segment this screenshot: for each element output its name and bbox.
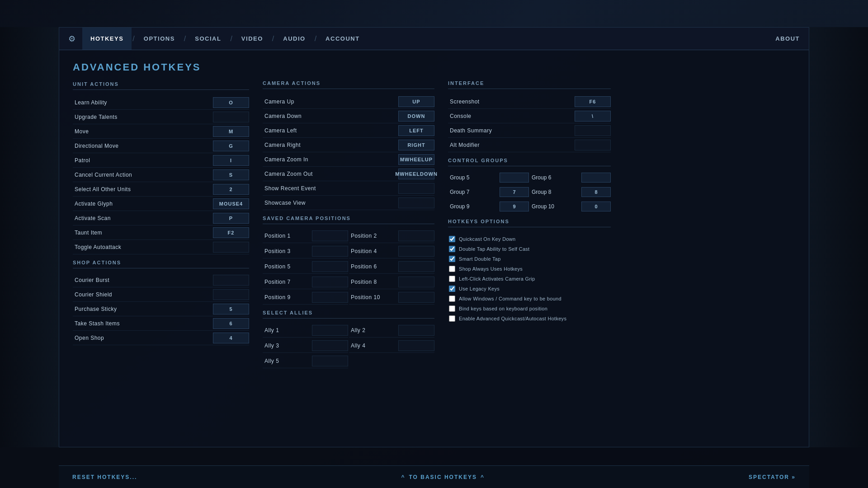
hotkey-row: Cancel Current ActionS <box>73 168 249 182</box>
checkbox-item[interactable]: Allow Windows / Command key to be bound <box>448 294 611 304</box>
hotkey-key[interactable]: S <box>213 169 249 180</box>
hotkey-key[interactable] <box>213 275 249 286</box>
bottom-bar: RESET HOTKEYS... ^ TO BASIC HOTKEYS ^ SP… <box>59 465 809 488</box>
hotkey-row: Courier Shield <box>73 287 249 302</box>
reset-hotkeys-button[interactable]: RESET HOTKEYS... <box>72 474 137 480</box>
nav-social[interactable]: SOCIAL <box>187 28 229 50</box>
hotkey-key[interactable]: MWHEELDOWN <box>398 169 434 179</box>
hotkey-key[interactable]: 4 <box>213 333 249 343</box>
checkbox-input[interactable] <box>449 315 455 322</box>
hotkey-key[interactable]: F2 <box>213 227 249 238</box>
checkbox-item[interactable]: Smart Double Tap <box>448 254 611 264</box>
checkbox-input[interactable] <box>449 266 455 272</box>
hotkey-key[interactable]: O <box>213 97 249 108</box>
checkbox-item[interactable]: Use Legacy Keys <box>448 284 611 294</box>
nav-video[interactable]: VIDEO <box>233 28 271 50</box>
hotkey-label: Screenshot <box>448 99 575 105</box>
hotkey-key[interactable]: M <box>213 126 249 137</box>
checkbox-item[interactable]: Shop Always Uses Hotkeys <box>448 264 611 274</box>
ally-label: Ally 4 <box>349 343 398 349</box>
nav-account[interactable]: ACCOUNT <box>317 28 368 50</box>
control-group-key[interactable]: 8 <box>581 187 611 197</box>
hotkey-key[interactable]: MOUSE4 <box>213 198 249 209</box>
control-group-row: Group 99 <box>448 200 529 213</box>
nav-bar: ⚙ HOTKEYS / OPTIONS / SOCIAL / VIDEO / A… <box>59 28 809 50</box>
control-group-key[interactable] <box>581 173 611 183</box>
hotkey-row: Upgrade Talents <box>73 110 249 124</box>
ally-key[interactable] <box>312 340 348 351</box>
hotkey-row: Activate GlyphMOUSE4 <box>73 197 249 211</box>
hotkey-row: Camera UpUP <box>263 94 434 109</box>
hotkey-key[interactable] <box>398 197 434 208</box>
checkbox-item[interactable]: Enable Advanced Quickcast/Autocast Hotke… <box>448 314 611 324</box>
hotkey-key[interactable]: UP <box>398 96 434 107</box>
hotkey-key[interactable] <box>398 183 434 194</box>
hotkey-row: Death Summary <box>448 123 611 138</box>
camera-position-key[interactable] <box>398 292 434 303</box>
camera-position-key[interactable] <box>398 261 434 272</box>
checkbox-input[interactable] <box>449 256 455 262</box>
ally-key[interactable] <box>312 356 348 366</box>
hotkey-key[interactable]: P <box>213 213 249 224</box>
camera-position-key[interactable] <box>312 292 348 303</box>
control-group-key[interactable] <box>500 173 529 183</box>
nav-sep-1: / <box>132 35 134 43</box>
hotkey-row: Directional MoveG <box>73 139 249 153</box>
control-group-row: Group 5 <box>448 171 529 184</box>
hotkey-key[interactable] <box>575 140 611 150</box>
camera-position-key[interactable] <box>312 277 348 287</box>
hotkey-key[interactable] <box>575 125 611 136</box>
checkbox-input[interactable] <box>449 246 455 252</box>
ally-key[interactable] <box>312 325 348 336</box>
camera-position-key[interactable] <box>398 246 434 257</box>
checkbox-input[interactable] <box>449 296 455 302</box>
checkbox-item[interactable]: Quickcast On Key Down <box>448 234 611 244</box>
checkbox-label: Enable Advanced Quickcast/Autocast Hotke… <box>459 316 566 321</box>
hotkey-key[interactable] <box>213 112 249 122</box>
nav-audio[interactable]: AUDIO <box>275 28 313 50</box>
nav-options[interactable]: OPTIONS <box>136 28 183 50</box>
hotkey-key[interactable] <box>213 289 249 300</box>
checkbox-item[interactable]: Double Tap Ability to Self Cast <box>448 244 611 254</box>
checkbox-input[interactable] <box>449 286 455 292</box>
hotkey-key[interactable]: 5 <box>213 304 249 314</box>
ally-key[interactable] <box>398 340 434 351</box>
hotkey-key[interactable]: F6 <box>575 96 611 107</box>
camera-position-key[interactable] <box>398 230 434 241</box>
checkbox-item[interactable]: Bind keys based on keyboard position <box>448 304 611 314</box>
hotkey-key[interactable] <box>213 242 249 253</box>
camera-position-key[interactable] <box>312 230 348 241</box>
hotkey-key[interactable]: LEFT <box>398 125 434 136</box>
hotkey-label: Alt Modifier <box>448 142 575 148</box>
spectator-button[interactable]: SPECTATOR » <box>749 474 796 480</box>
hotkey-key[interactable]: RIGHT <box>398 140 434 150</box>
hotkey-key[interactable]: MWHEELUP <box>398 154 434 165</box>
hotkey-key[interactable]: G <box>213 141 249 151</box>
camera-position-key[interactable] <box>312 261 348 272</box>
camera-position-row: Position 1 <box>263 229 348 243</box>
checkbox-input[interactable] <box>449 236 455 242</box>
checkbox-label: Bind keys based on keyboard position <box>459 306 547 311</box>
nav-hotkeys[interactable]: HOTKEYS <box>82 28 132 50</box>
checkbox-item[interactable]: Left-Click Activates Camera Grip <box>448 274 611 284</box>
ally-key[interactable] <box>398 325 434 336</box>
left-panel-bg <box>0 27 59 447</box>
control-group-key[interactable]: 7 <box>500 187 529 197</box>
camera-position-key[interactable] <box>398 277 434 287</box>
control-group-key[interactable]: 9 <box>500 202 529 211</box>
camera-position-key[interactable] <box>312 246 348 257</box>
checkbox-input[interactable] <box>449 276 455 282</box>
basic-hotkeys-button[interactable]: ^ TO BASIC HOTKEYS ^ <box>401 474 485 480</box>
camera-actions-title: CAMERA ACTIONS <box>263 80 434 89</box>
checkbox-input[interactable] <box>449 305 455 312</box>
hotkey-key[interactable]: DOWN <box>398 111 434 122</box>
hotkey-key[interactable]: \ <box>575 111 611 122</box>
hotkey-key[interactable]: I <box>213 155 249 166</box>
nav-about[interactable]: ABOUT <box>775 35 800 42</box>
control-group-key[interactable]: 0 <box>581 202 611 211</box>
hotkey-key[interactable]: 6 <box>213 318 249 329</box>
hotkey-key[interactable]: 2 <box>213 184 249 195</box>
hotkey-row: Console\ <box>448 109 611 123</box>
hotkey-label: Activate Glyph <box>73 201 213 207</box>
control-group-row: Group 88 <box>530 185 611 199</box>
